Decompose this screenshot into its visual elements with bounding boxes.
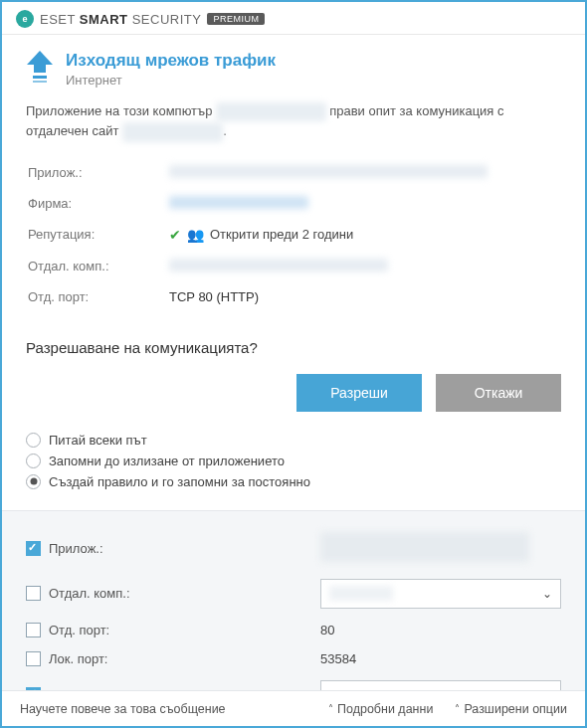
dialog-title: Изходящ мрежов трафик (66, 51, 276, 71)
checkbox-remote-port[interactable] (26, 623, 41, 637)
app-header: e ESET SMART SECURITY PREMIUM (2, 2, 585, 35)
details-toggle[interactable]: ˄ Подробни данни (328, 702, 433, 716)
svg-rect-2 (33, 76, 47, 79)
title-row: Изходящ мрежов трафик Интернет (2, 35, 585, 95)
blurred-value: x (169, 259, 388, 272)
radio-create-permanent-rule[interactable]: Създай правило и го запомни за постоянно (26, 471, 561, 492)
blurred-value (320, 532, 529, 562)
remote-computer-dropdown[interactable]: ███████ ⌄ (320, 579, 561, 609)
chevron-up-icon: ˄ (328, 703, 333, 714)
blurred-value: x (169, 165, 488, 178)
radio-icon (26, 474, 41, 489)
rule-label: Лок. порт: (49, 651, 107, 666)
rule-row-remote-port: Отд. порт: 80 (26, 616, 561, 644)
info-row-application: Прилож.: x (28, 158, 559, 187)
question-text: Разрешаване на комуникацията? (26, 339, 561, 356)
connection-info-table: Прилож.: x Фирма: x Репутация: ✔ 👥 Откри… (26, 156, 561, 313)
blurred-site-name: ███████████ (122, 122, 223, 142)
rule-row-application: Прилож.: (26, 525, 561, 572)
chevron-down-icon: ⌄ (542, 587, 552, 601)
remote-port-rule-value: 80 (320, 623, 561, 637)
advanced-label: Разширени опции (464, 702, 567, 716)
info-label: Репутация: (28, 220, 167, 250)
learn-more-link[interactable]: Научете повече за това съобщение (20, 702, 226, 716)
info-row-company: Фирма: x (28, 189, 559, 218)
radio-ask-every-time[interactable]: Питай всеки път (26, 430, 561, 451)
outbound-arrow-icon (26, 51, 54, 85)
rule-label: Прилож.: (49, 541, 103, 556)
svg-marker-0 (27, 51, 53, 65)
description-text: Приложение на този компютър ████████████… (26, 101, 561, 142)
checkbox-local-port[interactable] (26, 651, 41, 666)
remote-port-value: TCP 80 (HTTP) (169, 282, 559, 311)
allow-button[interactable]: Разреши (296, 374, 422, 412)
rule-row-remote-computer: Отдал. комп.: ███████ ⌄ (26, 572, 561, 616)
radio-label: Създай правило и го запомни за постоянно (49, 474, 310, 489)
info-label: Прилож.: (28, 158, 167, 187)
svg-rect-1 (34, 63, 46, 73)
radio-remember-until-exit[interactable]: Запомни до излизане от приложението (26, 451, 561, 471)
chevron-up-icon: ˄ (455, 703, 460, 714)
deny-button[interactable]: Откажи (436, 374, 561, 412)
rule-label: Отд. порт: (49, 623, 109, 637)
rule-label: Отдал. комп.: (49, 586, 130, 601)
info-row-remote-port: Отд. порт: TCP 80 (HTTP) (28, 282, 559, 311)
premium-badge: PREMIUM (207, 13, 265, 25)
local-port-rule-value: 53584 (320, 651, 561, 666)
dialog-footer: Научете повече за това съобщение ˄ Подро… (2, 690, 585, 726)
radio-icon (26, 433, 41, 448)
brand-text: ESET SMART SECURITY (40, 12, 201, 27)
check-icon: ✔ (169, 227, 181, 243)
remember-options: Питай всеки път Запомни до излизане от п… (2, 430, 585, 510)
rule-row-local-port: Лок. порт: 53584 (26, 644, 561, 673)
eset-logo-icon: e (16, 10, 34, 28)
info-row-reputation: Репутация: ✔ 👥 Открити преди 2 години (28, 220, 559, 250)
checkbox-remote-computer[interactable] (26, 586, 41, 601)
radio-icon (26, 454, 41, 468)
info-label: Отдал. комп.: (28, 252, 167, 280)
checkbox-application[interactable] (26, 541, 41, 556)
blurred-value: ███████ (329, 586, 393, 601)
info-row-remote-computer: Отдал. комп.: x (28, 252, 559, 280)
users-icon: 👥 (187, 227, 204, 243)
info-label: Отд. порт: (28, 282, 167, 311)
blurred-app-name: ████████████ (216, 102, 326, 122)
advanced-options-toggle[interactable]: ˄ Разширени опции (455, 702, 567, 716)
reputation-text: Открити преди 2 години (210, 227, 353, 242)
radio-label: Запомни до излизане от приложението (49, 454, 285, 468)
dialog-subtitle: Интернет (66, 73, 276, 88)
svg-rect-3 (33, 81, 47, 83)
blurred-value: x (169, 196, 308, 209)
info-label: Фирма: (28, 189, 167, 218)
radio-label: Питай всеки път (49, 433, 147, 448)
details-label: Подробни данни (337, 702, 433, 716)
